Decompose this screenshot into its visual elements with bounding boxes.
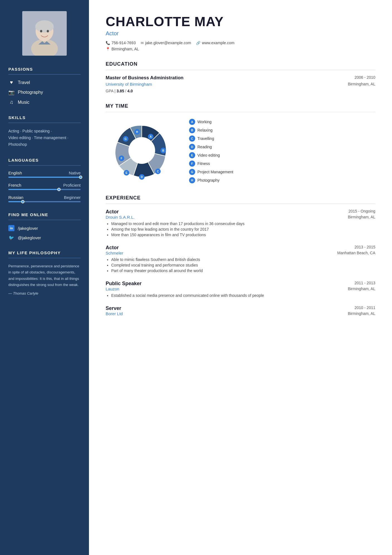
legend-travelling: C Travelling [189,135,233,142]
philosophy-author: Thomas Carlyle [8,291,81,295]
philosophy-title: MY LIFE PHILOSOPHY [8,250,81,255]
exp-header-0: Actor 2015 - Ongoing [106,209,375,215]
exp-sub-row-0: Drouin S.A.R.L. Birmingham, AL [106,215,375,221]
email-address: jake.glover@example.com [145,41,191,45]
avatar [22,11,67,56]
email-icon: ✉ [141,41,144,45]
exp-dates-0: 2015 - Ongoing [348,209,375,213]
main-content: CHARLOTTE MAY Actor 📞 756-914-7693 ✉ jak… [89,0,392,555]
exp-bullets-0: Managed to record and edit more than 17 … [106,221,375,237]
legend-travelling-label: Travelling [197,136,214,141]
language-english: English Native [8,171,81,178]
legend-badge-c: C [189,135,195,142]
passions-title: PASSIONS [8,67,81,71]
online-title: FIND ME ONLINE [8,212,81,217]
legend-photography: H Photography [189,177,233,183]
twitter-item: 🐦 @jakeglover [8,235,81,240]
exp-bullet-1-1: Completed vocal training and performance… [111,263,375,267]
education-title: EDUCATION [106,61,375,67]
passion-travel: ♥ Travel [8,80,81,85]
location-icon: 📍 [106,47,110,51]
language-french: French Proficient [8,183,81,190]
passion-photography-label: Photography [18,90,43,95]
legend-badge-d: D [189,144,195,150]
legend-fitness-label: Fitness [197,161,210,166]
phone-number: 756-914-7693 [111,41,136,45]
contact-row: 📞 756-914-7693 ✉ jake.glover@example.com… [106,41,375,45]
exp-bullet-2-0: Established a social media presence and … [111,293,375,298]
legend-relaxing-label: Relaxing [197,128,212,132]
passion-music-label: Music [18,100,29,105]
legend-projectmgmt-label: Project Management [197,170,233,174]
mytime-legend: A Working B Relaxing C Travelling D Read… [189,119,233,183]
exp-company-3: Borer Ltd [106,311,123,317]
exp-title-2: Public Speaker [106,281,142,287]
svg-text:E: E [126,171,128,174]
linkedin-icon: in [8,225,14,231]
legend-reading: D Reading [189,144,233,150]
exp-location-0: Birmingham, AL [348,215,375,219]
link-icon: 🔗 [196,41,200,45]
website-item: 🔗 www.example.com [196,41,234,45]
exp-company-2: Lauzon [106,287,119,293]
languages-section: LANGUAGES English Native French Proficie… [8,158,81,202]
donut-chart: H A G B F E [106,117,178,185]
experience-title: EXPERIENCE [106,195,375,201]
email-item: ✉ jake.glover@example.com [141,41,191,45]
experience-item-2: Public Speaker 2011 - 2013 Lauzon Birmin… [106,281,375,298]
online-section: FIND ME ONLINE in /jakeglover 🐦 @jakeglo… [8,212,81,240]
education-header-row: Master of Business Administration 2006 -… [106,75,375,81]
exp-company-1: Schmeler [106,251,123,257]
experience-item-3: Server 2010 - 2011 Borer Ltd Birmingham,… [106,305,375,318]
exp-bullets-1: Able to mimic flawless Southern and Brit… [106,257,375,273]
address-row: 📍 Birmingham, AL [106,47,375,51]
language-russian-name: Russian [8,195,23,200]
language-english-fill [8,177,81,178]
sidebar: PASSIONS ♥ Travel 📷 Photography ♫ Music … [0,0,89,555]
skills-section: SKILLS Acting · Public speaking ·Video e… [8,115,81,148]
language-french-dot [57,188,61,191]
exp-title-3: Server [106,305,121,311]
svg-text:D: D [141,176,143,179]
exp-sub-row-2: Lauzon Birmingham, AL [106,287,375,293]
exp-company-0: Drouin S.A.R.L. [106,215,135,221]
svg-text:A: A [150,135,152,138]
gpa-max: 4.0 [127,89,133,93]
exp-dates-1: 2013 - 2015 [354,245,375,249]
legend-photography-label: Photography [197,178,219,182]
legend-badge-g: G [189,169,195,175]
skills-text: Acting · Public speaking ·Video editing … [8,128,81,148]
legend-badge-b: B [189,127,195,133]
legend-videoediting-label: Video editing [197,153,220,157]
legend-badge-f: F [189,161,195,167]
legend-badge-h: H [189,177,195,183]
candidate-name: CHARLOTTE MAY [106,14,375,29]
language-russian: Russian Beginner [8,195,81,202]
exp-title-0: Actor [106,209,119,215]
exp-header-3: Server 2010 - 2011 [106,305,375,311]
legend-badge-e: E [189,152,195,158]
camera-icon: 📷 [8,89,14,95]
language-french-fill [8,189,59,190]
philosophy-section: MY LIFE PHILOSOPHY Permanence, persevera… [8,250,81,295]
linkedin-item: in /jakeglover [8,225,81,231]
language-english-name: English [8,171,22,175]
heart-icon: ♥ [8,80,14,85]
exp-bullet-0-1: Among the top few leading actors in the … [111,227,375,231]
legend-badge-a: A [189,119,195,125]
legend-videoediting: E Video editing [189,152,233,158]
music-icon: ♫ [8,99,14,105]
exp-header-2: Public Speaker 2011 - 2013 [106,281,375,287]
svg-text:B: B [162,149,164,152]
legend-working: A Working [189,119,233,125]
linkedin-label: /jakeglover [18,226,38,231]
exp-title-1: Actor [106,245,119,251]
candidate-title: Actor [106,30,375,37]
language-french-level: Proficient [63,183,81,188]
svg-text:C: C [157,170,159,173]
education-gpa: GPA | 3.85 / 4.0 [106,89,375,93]
language-english-dot [79,176,82,179]
exp-bullet-0-0: Managed to record and edit more than 17 … [111,221,375,226]
passion-photography: 📷 Photography [8,89,81,95]
svg-point-5 [47,30,49,33]
